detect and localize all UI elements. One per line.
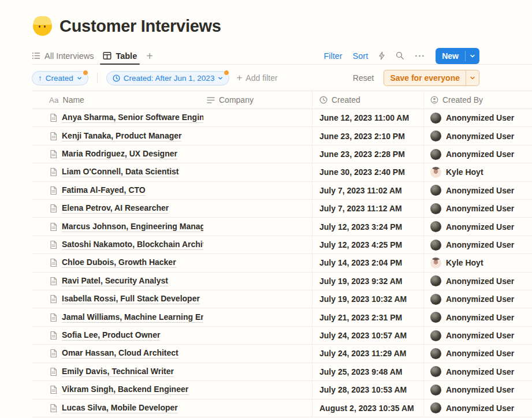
add-view-button[interactable]: + (146, 50, 153, 62)
new-dropdown-button[interactable] (466, 48, 479, 64)
column-header-company[interactable]: Company (203, 91, 312, 109)
row-company-cell[interactable] (203, 109, 312, 126)
table-row: Elena Petrov, AI Researcher July 7, 2023… (32, 200, 532, 218)
row-created-by-cell: Anonymized User (423, 200, 532, 217)
row-company-cell[interactable] (203, 363, 312, 380)
row-name-cell[interactable]: Jamal Williams, Machine Learning Eng (32, 308, 203, 326)
sort-pill-label: Created (46, 74, 73, 83)
row-company-cell[interactable] (203, 200, 312, 217)
row-company-cell[interactable] (203, 290, 312, 308)
column-header-created[interactable]: Created (312, 91, 423, 109)
column-header-name[interactable]: Aa Name (32, 91, 203, 109)
table-row: Ravi Patel, Security Analyst July 19, 20… (32, 273, 532, 290)
row-name-cell[interactable]: Emily Davis, Technical Writer (32, 363, 203, 380)
row-name[interactable]: Fatima Al-Fayed, CTO (62, 185, 146, 196)
row-company-cell[interactable] (203, 218, 312, 235)
row-company-cell[interactable] (203, 400, 312, 417)
reset-button[interactable]: Reset (353, 73, 374, 83)
page-icon (49, 331, 58, 340)
row-created-cell: July 21, 2023 2:31 PM (312, 308, 423, 326)
row-name[interactable]: Lucas Silva, Mobile Developer (62, 403, 178, 413)
user-avatar (430, 203, 441, 214)
row-created-by-cell: Kyle Hoyt (423, 163, 532, 181)
row-name[interactable]: Maria Rodriguez, UX Designer (62, 149, 177, 159)
user-avatar (430, 257, 441, 268)
table-body: Anya Sharma, Senior Software Engine June… (32, 109, 532, 417)
page-title: Customer Interviews (59, 15, 221, 37)
row-name-cell[interactable]: Isabella Rossi, Full Stack Developer (32, 290, 203, 308)
row-company-cell[interactable] (203, 327, 312, 344)
row-name[interactable]: Elena Petrov, AI Researcher (62, 203, 169, 214)
row-name-cell[interactable]: Marcus Johnson, Engineering Manage (32, 218, 203, 235)
row-created-cell: July 19, 2023 9:32 AM (312, 273, 423, 290)
row-name-cell[interactable]: Lucas Silva, Mobile Developer (32, 400, 203, 417)
row-company-cell[interactable] (203, 182, 312, 199)
sort-button[interactable]: Sort (353, 51, 369, 61)
table-row: Lucas Silva, Mobile Developer August 2, … (32, 400, 532, 417)
row-company-cell[interactable] (203, 254, 312, 271)
row-name[interactable]: Satoshi Nakamoto, Blockchain Archite (62, 240, 203, 250)
row-company-cell[interactable] (203, 163, 312, 181)
row-name-cell[interactable]: Fatima Al-Fayed, CTO (32, 182, 203, 199)
save-dropdown-button[interactable] (466, 70, 479, 85)
tab-all-interviews[interactable]: All Interviews (32, 47, 94, 64)
new-button[interactable]: New (436, 48, 479, 64)
row-name-cell[interactable]: Omar Hassan, Cloud Architect (32, 345, 203, 362)
column-label: Name (63, 95, 84, 104)
row-name-cell[interactable]: Anya Sharma, Senior Software Engine (32, 109, 203, 126)
save-button-label[interactable]: Save for everyone (384, 70, 466, 85)
row-company-cell[interactable] (203, 273, 312, 290)
row-name[interactable]: Chloe Dubois, Growth Hacker (62, 257, 176, 268)
row-created-by: Anonymized User (446, 367, 514, 376)
row-created-by: Anonymized User (446, 349, 514, 358)
row-company-cell[interactable] (203, 145, 312, 163)
row-created-cell: August 2, 2023 10:35 AM (312, 400, 423, 417)
save-for-everyone-button[interactable]: Save for everyone (384, 70, 479, 86)
row-created-by: Anonymized User (446, 150, 514, 159)
row-name-cell[interactable]: Elena Petrov, AI Researcher (32, 200, 203, 217)
tab-table[interactable]: Table (103, 47, 137, 64)
row-created-by-cell: Anonymized User (423, 236, 532, 253)
row-company-cell[interactable] (203, 308, 312, 326)
row-created-by-cell: Anonymized User (423, 182, 532, 199)
new-button-label[interactable]: New (436, 48, 465, 64)
row-name-cell[interactable]: Liam O'Connell, Data Scientist (32, 163, 203, 181)
view-bar: All Interviews Table + Filter Sort ··· N… (32, 47, 532, 65)
row-name[interactable]: Emily Davis, Technical Writer (62, 367, 174, 377)
row-name[interactable]: Anya Sharma, Senior Software Engine (62, 113, 203, 123)
row-name[interactable]: Omar Hassan, Cloud Architect (62, 348, 178, 359)
row-name[interactable]: Liam O'Connell, Data Scientist (62, 167, 178, 177)
more-options-button[interactable]: ··· (415, 51, 425, 61)
user-avatar (430, 167, 441, 178)
sort-pill-created[interactable]: ↑ Created (32, 71, 88, 85)
row-name[interactable]: Kenji Tanaka, Product Manager (62, 131, 181, 141)
row-created-by: Anonymized User (446, 132, 514, 141)
row-name-cell[interactable]: Vikram Singh, Backend Engineer (32, 381, 203, 398)
row-name-cell[interactable]: Ravi Patel, Security Analyst (32, 273, 203, 290)
filter-button[interactable]: Filter (323, 51, 342, 61)
row-name[interactable]: Vikram Singh, Backend Engineer (62, 385, 188, 395)
row-name[interactable]: Marcus Johnson, Engineering Manage (62, 222, 203, 232)
row-name-cell[interactable]: Chloe Dubois, Growth Hacker (32, 254, 203, 271)
row-name-cell[interactable]: Satoshi Nakamoto, Blockchain Archite (32, 236, 203, 253)
column-header-created-by[interactable]: Created By (423, 91, 532, 109)
tab-label: All Interviews (44, 51, 94, 61)
add-filter-button[interactable]: + Add filter (236, 73, 277, 83)
row-name[interactable]: Isabella Rossi, Full Stack Developer (62, 294, 200, 304)
search-icon[interactable] (396, 51, 404, 60)
filter-pill-created-after[interactable]: Created: After Jun 1, 2023 (106, 71, 230, 85)
row-name-cell[interactable]: Sofia Lee, Product Owner (32, 327, 203, 344)
row-name-cell[interactable]: Maria Rodriguez, UX Designer (32, 145, 203, 163)
bolt-icon[interactable] (378, 51, 385, 60)
row-company-cell[interactable] (203, 381, 312, 398)
row-created-cell: July 7, 2023 11:12 AM (312, 200, 423, 217)
row-company-cell[interactable] (203, 127, 312, 144)
row-created-by: Anonymized User (446, 385, 514, 394)
row-company-cell[interactable] (203, 345, 312, 362)
row-name-cell[interactable]: Kenji Tanaka, Product Manager (32, 127, 203, 144)
row-name[interactable]: Jamal Williams, Machine Learning Eng (62, 312, 203, 323)
row-company-cell[interactable] (203, 236, 312, 253)
page-header: Customer Interviews (33, 15, 221, 37)
row-name[interactable]: Sofia Lee, Product Owner (62, 330, 160, 341)
row-name[interactable]: Ravi Patel, Security Analyst (62, 276, 168, 286)
